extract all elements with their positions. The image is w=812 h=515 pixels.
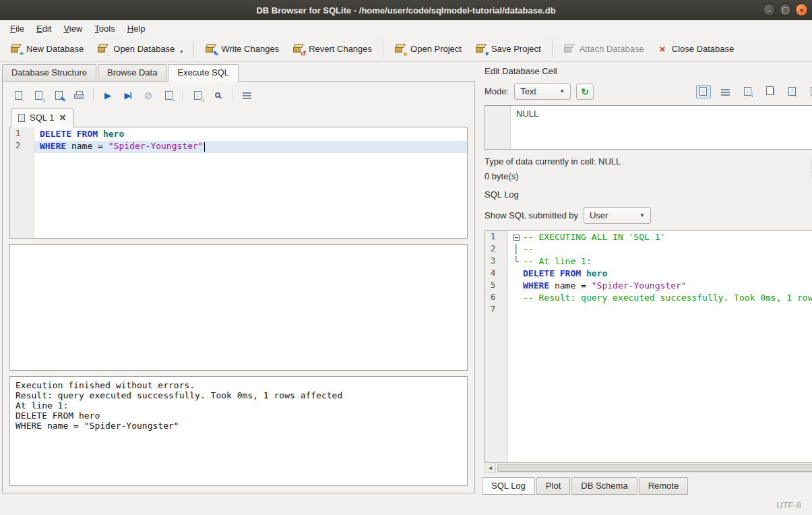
close-database-icon: × [658,44,667,55]
tab-browse-data[interactable]: Browse Data [98,64,166,81]
write-changes-icon: ✎ [205,44,216,55]
print-sql-icon[interactable] [70,87,88,103]
write-changes-label: Write Changes [221,44,279,54]
copy-cell-icon[interactable] [763,85,778,98]
open-project-label: Open Project [410,44,462,54]
cell-mode-row: Mode: Text ▼ ↻ ↓ → → ∅ [479,79,812,105]
cell-editor[interactable]: NULL [485,105,812,150]
save-results-icon[interactable]: ↓ [189,87,206,103]
save-sql-file-icon[interactable]: ↓ [30,87,47,103]
align-text-icon[interactable] [718,85,733,98]
export-cell-icon[interactable]: → [807,85,812,98]
stop-execution-icon[interactable]: ⊘ [139,87,157,103]
results-grid[interactable] [9,244,468,371]
toolbar-separator [183,89,183,101]
title-bar: DB Browser for SQLite - /home/user/code/… [0,0,812,20]
cell-editor-gutter [485,106,511,149]
code-line[interactable]: -- Result: query executed successfully. … [508,293,812,305]
code-line[interactable]: DELETE FROM hero [34,129,467,141]
open-database-icon: → [97,44,108,55]
maximize-icon[interactable]: ▢ [779,3,792,16]
mode-value: Text [520,86,536,96]
open-database-label: Open Database [113,44,175,54]
code-line[interactable]: WHERE name = "Spider-Youngster" [508,280,812,293]
app-window: DB Browser for SQLite - /home/user/code/… [0,0,812,515]
sql-file-tab-bar: SQL 1 ✕ [9,109,468,127]
execution-output[interactable]: Execution finished without errors. Resul… [9,376,468,486]
open-sql-file-icon[interactable]: → [9,87,27,103]
dock-tab-sql-log[interactable]: SQL Log [482,477,535,495]
cell-value[interactable]: NULL [511,106,544,149]
dock-tab-remote[interactable]: Remote [639,477,689,495]
toolbar-separator [93,89,94,101]
toolbar-separator [383,41,383,57]
code-line[interactable]: -- EXECUTING ALL IN 'SQL 1' [508,232,812,244]
save-sql-file-as-icon[interactable]: ✎ [50,87,67,103]
sql-log-code-area[interactable]: -- EXECUTING ALL IN 'SQL 1'│--└-- At lin… [508,231,812,462]
new-database-button[interactable]: + New Database [4,40,90,59]
sql-code-area[interactable]: DELETE FROM heroWHERE name = "Spider-You… [34,127,467,238]
revert-changes-button[interactable]: ↺ Revert Changes [286,40,378,59]
sql-log-title: SQL Log [485,189,519,200]
cell-size-info: 0 byte(s) [485,171,621,181]
main-toolbar: + New Database → Open Database ▾ ✎ Write… [0,36,812,62]
revert-changes-label: Revert Changes [309,44,372,54]
code-line[interactable]: │-- [508,244,812,256]
code-line[interactable]: └-- At line 1: [508,256,812,268]
attach-database-label: Attach Database [580,44,644,54]
menu-edit[interactable]: Edit [30,22,57,36]
word-wrap-button[interactable]: ↻ [576,84,594,100]
word-wrap-icon: ↻ [581,87,589,96]
text-mode-icon[interactable] [696,85,711,98]
write-changes-button[interactable]: ✎ Write Changes [199,40,285,59]
menu-view[interactable]: View [57,22,88,36]
line-number-gutter: 1234567 [485,231,508,462]
menu-file[interactable]: File [4,22,30,36]
scroll-left-icon[interactable]: ◄ [485,463,496,473]
close-database-label: Close Database [672,44,735,54]
code-line[interactable]: WHERE name = "Spider-Youngster" [34,141,467,153]
line-number-gutter: 12 [10,127,34,238]
execute-sql-panel: → ↓ ✎ ▶ ▶| ⊘ → ↓ [2,81,475,493]
save-cell-icon[interactable]: ↓ [741,85,755,98]
dock-tab-plot[interactable]: Plot [536,477,570,495]
sql-file-tab[interactable]: SQL 1 ✕ [11,109,73,127]
format-sql-icon[interactable] [238,87,255,103]
tab-execute-sql[interactable]: Execute SQL [168,64,239,82]
sql-toolbar: → ↓ ✎ ▶ ▶| ⊘ → ↓ [9,84,468,109]
cell-info-row: Type of data currently in cell: NULL 0 b… [479,150,812,185]
sql-document-icon [18,114,25,122]
sql-log-filter-select[interactable]: User ▼ [584,207,651,224]
revert-changes-icon: ↺ [292,44,304,55]
sql-log-view[interactable]: 1234567 -- EXECUTING ALL IN 'SQL 1'│--└-… [485,230,812,463]
close-database-button[interactable]: × Close Database [652,40,741,59]
close-sql-tab-icon[interactable]: ✕ [59,113,66,122]
close-icon[interactable]: × [795,3,808,16]
menu-help[interactable]: Help [121,22,152,36]
find-replace-icon[interactable] [209,87,226,103]
export-results-icon[interactable]: → [160,87,177,103]
dock-tab-db-schema[interactable]: DB Schema [571,477,637,495]
save-project-button[interactable]: ▾ Save Project [469,40,547,59]
minimize-icon[interactable]: – [763,3,776,16]
code-line[interactable] [508,305,812,317]
open-database-button[interactable]: → Open Database ▾ [91,40,189,59]
horizontal-scrollbar[interactable]: ◄ ► [485,463,812,473]
code-line[interactable]: DELETE FROM hero [508,268,812,280]
scrollbar-thumb[interactable] [497,464,812,472]
open-project-button[interactable]: ▸ Open Project [388,40,468,59]
left-panel: Database Structure Browse Data Execute S… [0,62,476,495]
tab-database-structure[interactable]: Database Structure [2,64,96,81]
cell-type-info: Type of data currently in cell: NULL [485,156,621,166]
scrollbar-track[interactable] [496,463,812,473]
execute-current-line-icon[interactable]: ▶| [119,87,137,103]
attach-database-button[interactable]: Attach Database [557,40,650,59]
import-cell-icon[interactable]: → [785,85,800,98]
open-database-dropdown-icon[interactable]: ▾ [180,49,183,55]
menu-tools[interactable]: Tools [88,22,121,36]
execute-all-icon[interactable]: ▶ [99,87,117,103]
main-area: Database Structure Browse Data Execute S… [0,62,812,495]
edit-cell-title: Edit Database Cell [485,66,557,76]
mode-select[interactable]: Text ▼ [514,83,571,100]
sql-code-editor[interactable]: 12 DELETE FROM heroWHERE name = "Spider-… [9,127,468,239]
